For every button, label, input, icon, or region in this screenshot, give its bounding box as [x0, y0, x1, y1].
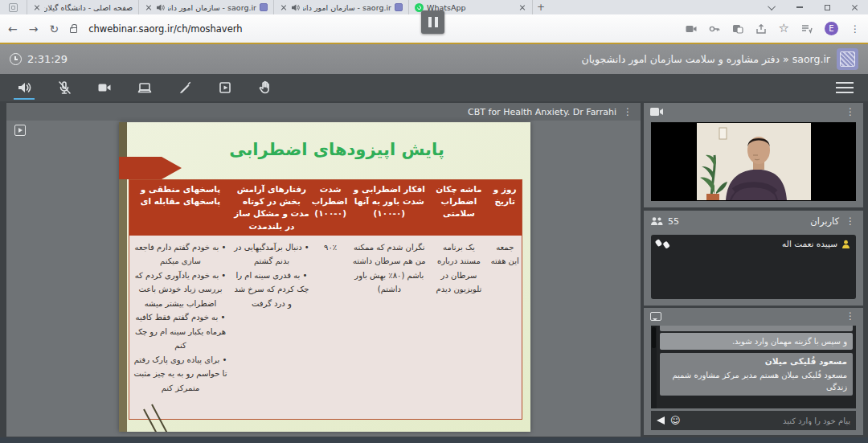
browser-actions: ☆ E — [686, 22, 860, 35]
play-box-icon — [217, 80, 233, 96]
participants-pod: 55 کاربران سپیده نعمت اله — [644, 211, 863, 306]
window-controls — [759, 0, 868, 14]
table-cell-trigger: یک برنامه مستند درباره سرطان در تلویزیون… — [429, 236, 488, 419]
bottom-strip — [0, 437, 868, 443]
tab-audio-icon[interactable] — [156, 4, 165, 11]
table-header-responses: پاسخهای منطقی و پاسخهای مقابله ای — [129, 180, 231, 236]
table-cell-intensity: ۹۰٪ — [312, 236, 349, 419]
presentation-pod-header: CBT for Health Anxiety. Dr Farrahi — [6, 103, 641, 121]
reload-icon[interactable]: ↻ — [49, 23, 59, 35]
lock-icon[interactable] — [70, 27, 77, 33]
monitoring-table: روز و تاریخ ماشه چکان اضطراب سلامتی افکا… — [129, 179, 522, 420]
participant-count: 55 — [668, 216, 679, 227]
tab-close-icon[interactable] — [518, 3, 526, 11]
window-maximize-button[interactable] — [813, 0, 841, 14]
video-camera-icon — [650, 107, 663, 117]
tab-close-icon[interactable] — [145, 3, 153, 11]
table-cell-day: جمعه این هفته — [489, 236, 522, 419]
participant-avatar-icon — [841, 240, 850, 248]
response-item: به خودم یادآوری کردم که بررسی زیاد خودش … — [132, 269, 229, 311]
video-pod-header — [644, 103, 863, 121]
chat-sender-name: مسعود قُلیکی میلان — [665, 355, 847, 368]
behavior-item: دنبال برآمدگیهایی در بدنم گشتم — [234, 240, 309, 269]
tab-close-icon[interactable] — [33, 3, 41, 11]
response-item: به خودم گفتم دارم فاجعه سازی میکنم — [132, 240, 229, 269]
participants-icon — [650, 216, 663, 226]
browser-menu-icon[interactable] — [850, 23, 860, 35]
saorg-logo — [837, 48, 858, 70]
speaker-icon — [16, 80, 32, 96]
back-icon[interactable]: ← — [8, 23, 18, 35]
whiteboard-button[interactable] — [169, 76, 201, 100]
participant-name: سپیده نعمت اله — [782, 239, 837, 248]
slide-arrow-decoration — [119, 157, 182, 179]
url-text[interactable]: chwebinar.saorg.ir/ch/moshaverh — [88, 23, 242, 35]
translate-icon[interactable] — [732, 24, 743, 34]
pod-menu-icon[interactable] — [844, 215, 857, 227]
password-key-icon[interactable] — [709, 24, 720, 34]
reading-list-icon[interactable] — [801, 24, 813, 34]
media-player-button[interactable] — [209, 76, 241, 100]
webcam-video[interactable] — [651, 122, 856, 201]
saorg-favicon-icon — [395, 3, 403, 11]
presenter-video-image — [697, 123, 811, 200]
chat-message: و سپس با گزینه مهمان وارد شوید. — [660, 333, 853, 350]
profile-avatar[interactable]: E — [825, 22, 838, 35]
send-icon[interactable] — [657, 416, 665, 425]
pod-menu-icon[interactable] — [844, 106, 857, 117]
pause-overlay-button[interactable] — [421, 10, 444, 34]
browser-window: صفحه اصلی - دانشگاه گیلان saorg.ir - ساز… — [0, 0, 868, 443]
tab-label: saorg.ir - سازمان امور دانشجویان — [168, 3, 256, 12]
response-item: برای پیاده روی پارک رفتم تا حواسم رو به … — [132, 353, 229, 396]
share-icon[interactable] — [755, 24, 767, 34]
chat-message-text: مسعود قُلیکی میلان هستم مدیر مرکز مشاوره… — [665, 369, 847, 393]
table-cell-responses: به خودم گفتم دارم فاجعه سازی میکنم به خو… — [129, 236, 231, 419]
table-header-behaviors: رفتارهای آرامش بخش در کوتاه مدت و مشکل س… — [231, 180, 312, 236]
microphone-muted-button[interactable] — [48, 76, 80, 100]
tab-close-icon[interactable] — [280, 3, 288, 11]
window-minimize-button[interactable] — [786, 0, 813, 14]
chat-message: مسعود قُلیکی میلان مسعود قُلیکی میلان هس… — [660, 353, 853, 396]
participant-row[interactable]: سپیده نعمت اله — [657, 239, 850, 248]
table-header-intensity: شدت اضطراب (۰-۱۰۰) — [312, 180, 349, 236]
meeting-toolbar — [0, 74, 868, 101]
tab-guilan-university[interactable]: صفحه اصلی - دانشگاه گیلان — [27, 0, 139, 14]
pen-icon — [177, 80, 193, 96]
presentation-title: CBT for Health Anxiety. Dr Farrahi — [468, 107, 616, 117]
webcam-icon — [96, 80, 113, 96]
meeting-layout: CBT for Health Anxiety. Dr Farrahi پایش … — [0, 101, 868, 438]
slide-title: پایش اپیزودهای اضطرابی — [151, 140, 522, 159]
webinar-header: 2:31:29 saorg.ir « دفتر مشاوره و سلامت س… — [0, 44, 868, 74]
new-tab-button[interactable] — [533, 0, 549, 14]
forward-icon[interactable]: → — [29, 23, 39, 35]
screen-share-icon — [137, 80, 153, 96]
participant-status-icon — [657, 240, 668, 247]
chat-scrollbar[interactable] — [651, 326, 657, 408]
slide: پایش اپیزودهای اضطرابی روز و تاریخ ماشه … — [119, 122, 530, 432]
speaker-button[interactable] — [8, 76, 40, 100]
sync-playback-icon[interactable] — [14, 125, 26, 136]
chat-message-list: و سپس با گزینه مهمان وارد شوید. مسعود قُ… — [651, 326, 856, 408]
chat-input[interactable] — [686, 416, 850, 425]
tab-saorg-2[interactable]: saorg.ir - سازمان امور دانشجویان — [274, 0, 409, 14]
response-item: به خودم گفتم فقط کافیه هرماه یکبار سینه … — [132, 310, 229, 353]
raise-hand-button[interactable] — [249, 76, 281, 100]
page-title: saorg.ir « دفتر مشاوره و سلامت سازمان ام… — [582, 53, 830, 65]
chat-bubble-icon — [650, 312, 661, 321]
tab-audio-icon[interactable] — [291, 4, 300, 11]
pod-menu-icon[interactable] — [621, 106, 634, 117]
camera-permission-icon[interactable] — [686, 24, 697, 34]
window-chevron-button[interactable] — [759, 0, 786, 14]
clock-icon — [10, 53, 22, 65]
emoji-icon[interactable] — [670, 415, 681, 426]
chat-pod: و سپس با گزینه مهمان وارد شوید. مسعود قُ… — [644, 308, 863, 435]
tab-saorg-1[interactable]: saorg.ir - سازمان امور دانشجویان — [139, 0, 274, 14]
window-close-button[interactable] — [841, 0, 868, 14]
tab-pinned-university[interactable] — [0, 0, 27, 14]
webcam-button[interactable] — [88, 76, 121, 100]
bookmark-star-icon[interactable]: ☆ — [779, 23, 789, 35]
screen-share-button[interactable] — [129, 76, 161, 100]
table-cell-thoughts: نگران شدم که ممکنه من هم سرطان داشته باش… — [349, 236, 429, 419]
pod-menu-icon[interactable] — [844, 310, 857, 322]
toolbar-menu-icon[interactable] — [836, 82, 854, 93]
